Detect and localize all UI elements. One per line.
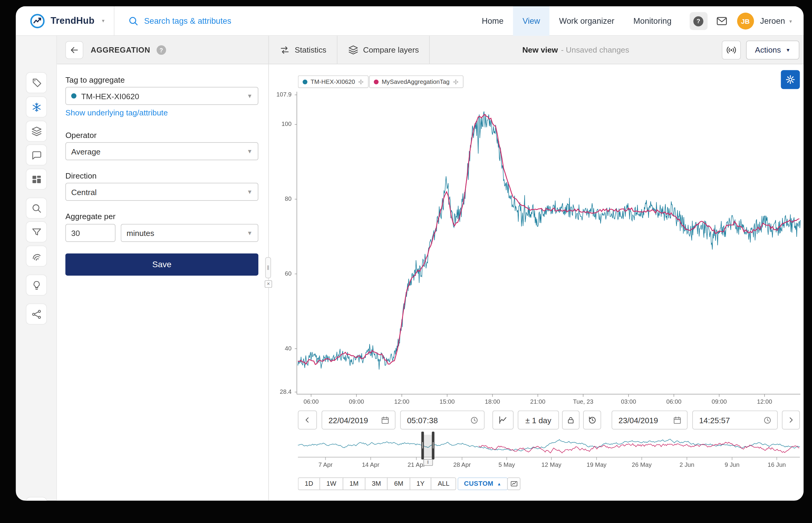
search-input[interactable] [144,16,286,25]
legend-chip-tag[interactable]: TM-HEX-XI0620 [298,75,369,88]
time-step-back-button[interactable] [298,411,317,430]
navbar-right: Home View Work organizer Monitoring ? JB… [472,6,804,36]
legend-label: TM-HEX-XI0620 [311,78,355,85]
range-button-1y[interactable]: 1Y [410,477,431,490]
calendar-icon[interactable] [673,415,682,425]
brush-handle-right[interactable] [432,432,435,459]
start-time-field[interactable]: 05:07:38 [400,411,485,430]
actions-button[interactable]: Actions ▼ [746,40,799,59]
end-date-field[interactable]: 23/04/2019 [612,411,688,430]
live-broadcast-button[interactable] [722,40,741,59]
custom-range-button[interactable]: CUSTOM ▲ [458,477,508,490]
back-button[interactable] [65,41,83,59]
legend-label: MySavedAggregationTag [382,78,449,85]
tab-statistics[interactable]: Statistics [269,36,337,64]
rail-fingerprint-button[interactable] [26,246,47,267]
range-button-1m[interactable]: 1M [342,477,366,490]
history-clock-icon [587,415,597,425]
context-mini-chart[interactable] [298,435,800,462]
range-button-3m[interactable]: 3M [365,477,388,490]
brush-handle-left[interactable] [421,432,424,459]
lock-range-button[interactable] [562,411,580,430]
layers-icon [348,44,358,55]
rail-dashboard-button[interactable] [26,169,47,190]
operator-select[interactable]: Average ▼ [65,142,258,160]
brand-chevron-down-icon[interactable]: ▾ [102,18,105,24]
x-axis-label: 09:00 [339,398,373,404]
save-button[interactable]: Save [65,253,258,276]
tab-compare-layers-label: Compare layers [363,46,419,54]
legend-chip-aggregation[interactable]: MySavedAggregationTag [369,75,463,88]
time-step-forward-button[interactable] [782,411,800,430]
actions-label: Actions [755,46,781,54]
rail-tag-button[interactable] [26,72,47,93]
panel-splitter-handle[interactable]: ‖ [265,257,271,278]
context-overview-strip[interactable]: 7 Apr14 Apr21 Apr28 Apr5 May12 May19 May… [298,435,800,457]
start-time-value: 05:07:38 [407,415,438,425]
nav-item-home[interactable]: Home [472,6,513,36]
chevron-down-icon: ▼ [247,230,253,236]
avatar[interactable]: JB [737,13,754,30]
search-icon [128,16,139,26]
plot-wrapper: 107.910080604028.4 06:0009:0012:0015:001… [293,90,801,416]
rail-influencers-button[interactable] [26,304,47,325]
nav-item-monitoring[interactable]: Monitoring [624,6,681,36]
panel-help-icon[interactable]: ? [157,45,166,55]
rail-aggregation-button[interactable] [26,96,47,118]
end-time-field[interactable]: 14:25:57 [692,411,778,430]
range-button-6m[interactable]: 6M [387,477,410,490]
trend-chart-plot[interactable] [293,90,801,406]
chart-settings-button[interactable] [781,70,800,89]
clock-icon[interactable] [763,415,772,425]
chart-area: TM-HEX-XI0620 MySavedAggregationTag 107.… [269,64,804,501]
direction-label: Direction [65,171,96,180]
tool-rail [16,36,57,501]
messages-button[interactable] [716,15,727,27]
start-date-field[interactable]: 22/04/2019 [321,411,395,430]
x-axis-label: 12:00 [385,398,419,404]
rail-suggestions-button[interactable] [26,274,47,295]
range-button-1d[interactable]: 1D [298,477,320,490]
range-button-group: 1D1W1M3M6M1YALL [298,477,457,490]
app-window: TrendHub ▾ Home View Work organizer Moni… [16,6,804,501]
move-icon[interactable] [358,79,364,85]
rail-layers-button[interactable] [26,121,47,142]
rail-filter-button[interactable] [26,221,47,242]
nav-item-work-organizer[interactable]: Work organizer [549,6,624,36]
range-button-1w[interactable]: 1W [319,477,343,490]
show-underlying-link[interactable]: Show underlying tag/attribute [65,108,168,117]
stage: TrendHub ▾ Home View Work organizer Moni… [0,0,812,523]
rail-search-button[interactable] [26,197,47,218]
range-button-all[interactable]: ALL [431,477,457,490]
tab-compare-layers[interactable]: Compare layers [337,36,430,64]
aggregate-value-input[interactable] [65,224,116,242]
chart-view-button[interactable] [492,411,513,430]
help-button[interactable]: ? [689,12,707,30]
rail-settings-button[interactable] [26,497,47,501]
user-chevron-down-icon[interactable]: ▾ [789,18,792,24]
gear-icon [785,74,796,85]
start-date-value: 22/04/2019 [329,415,368,425]
aggregate-unit-select[interactable]: minutes ▼ [121,224,258,242]
view-status: - Unsaved changes [561,46,630,54]
brush-drag-grip[interactable]: ‖ [423,459,433,466]
calendar-icon[interactable] [381,415,390,425]
duration-button[interactable]: ± 1 day [518,411,559,430]
clock-icon[interactable] [470,415,479,425]
x-axis-label: 15:00 [430,398,464,404]
frame-chart-icon [510,480,518,488]
move-icon[interactable] [453,79,458,85]
brand[interactable]: TrendHub ▾ [16,13,105,29]
view-toolbar: AGGREGATION ? Statistics Compare layers … [57,36,804,64]
nav-item-view[interactable]: View [513,6,550,36]
direction-select[interactable]: Central ▼ [65,183,258,201]
tag-select[interactable]: TM-HEX-XI0620 ▼ [65,87,258,105]
panel-collapse-button[interactable]: × [265,281,272,288]
dashboard-icon [31,174,42,185]
user-name[interactable]: Jeroen [760,16,785,26]
history-button[interactable] [583,411,601,430]
reset-zoom-button[interactable] [507,477,520,490]
trend-line-icon [498,415,508,425]
chevron-down-icon: ▼ [247,148,253,155]
rail-comments-button[interactable] [26,144,47,165]
